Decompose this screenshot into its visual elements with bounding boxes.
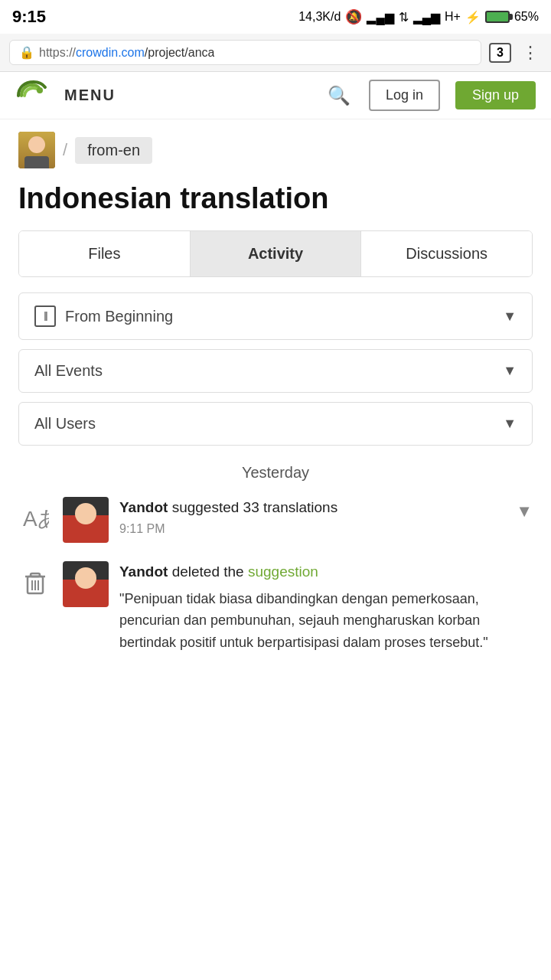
tabs-container: Files Activity Discussions [18,230,533,277]
page-title: Indonesian translation [18,182,533,215]
date-separator: Yesterday [18,464,533,482]
activity-content-1: Yandot suggested 33 translations 9:11 PM [119,497,505,536]
breadcrumb-item[interactable]: from-en [75,137,152,164]
url-domain: crowdin.com [76,46,145,59]
nav-header: MENU 🔍 Log in Sign up [0,72,551,119]
chevron-down-icon: ▼ [503,309,517,325]
activity-action-1: suggested 33 translations [172,499,338,515]
status-right-icons: 14,3K/d 🔕 ▂▄▆ ⇅ ▂▄▆ H+ ⚡ 65% [298,8,539,25]
battery-icon [485,11,510,23]
activity-user-1: Yandot [119,499,168,515]
data-icon: ⇅ [399,10,409,24]
url-bar[interactable]: 🔒 https://crowdin.com/project/anca [9,40,481,65]
browser-menu-button[interactable]: ⋮ [519,43,542,63]
avatar-suit-2 [63,561,109,607]
users-filter-dropdown[interactable]: All Users ▼ [18,402,533,446]
filters-area: From Beginning ▼ All Events ▼ All Users … [0,277,551,446]
activity-text-1: Yandot suggested 33 translations [119,497,505,519]
avatar-head-2 [75,567,96,589]
date-filter-label: From Beginning [65,308,173,325]
lock-icon: 🔒 [19,45,34,60]
browser-bar: 🔒 https://crowdin.com/project/anca 3 ⋮ [0,34,551,72]
crowdin-logo [15,80,58,111]
network-type: H+ [445,10,461,24]
svg-rect-4 [31,573,40,577]
avatar [63,561,109,607]
translate-icon: Aあ [18,501,52,535]
users-filter-left: All Users [34,415,96,433]
signup-button[interactable]: Sign up [455,81,536,109]
url-protocol: https:// [39,46,76,59]
delete-icon [18,566,52,599]
notification-icon: 🔕 [345,8,362,25]
activity-time-1: 9:11 PM [119,522,505,536]
url-text: https://crowdin.com/project/anca [39,46,214,60]
status-time: 9:15 [12,7,46,27]
activity-link[interactable]: suggestion [248,564,318,580]
avatar-suit [63,497,109,543]
tab-activity[interactable]: Activity [191,231,362,276]
avatar-head [75,503,96,524]
activity-quote: "Penipuan tidak biasa dibandingkan denga… [119,588,533,654]
avatar [63,497,109,543]
network-speed: 14,3K/d [298,10,341,24]
expand-button-1[interactable]: ▼ [516,501,533,521]
activity-user-2: Yandot [119,564,168,580]
events-filter-left: All Events [34,362,103,380]
activity-text-2: Yandot deleted the suggestion [119,561,533,583]
logo-area: MENU [15,80,116,111]
events-filter-dropdown[interactable]: All Events ▼ [18,349,533,393]
breadcrumb-separator: / [63,140,67,160]
breadcrumb: / from-en [0,119,551,175]
activity-action-prefix: deleted the [172,564,248,580]
tab-files[interactable]: Files [19,231,191,276]
svg-point-0 [37,87,43,93]
date-filter-dropdown[interactable]: From Beginning ▼ [18,292,533,340]
signal-icon: ▂▄▆ [367,10,393,24]
search-button[interactable]: 🔍 [324,82,354,109]
page-title-area: Indonesian translation [0,175,551,230]
svg-text:Aあ: Aあ [23,507,49,531]
login-button[interactable]: Log in [369,80,440,111]
list-item: Yandot deleted the suggestion "Penipuan … [18,561,533,654]
activity-section: Yesterday Aあ Yandot suggested 33 transla… [0,446,551,654]
events-filter-label: All Events [34,362,103,380]
tab-discussions[interactable]: Discussions [361,231,532,276]
signal-icon-2: ▂▄▆ [413,10,440,24]
avatar [18,132,55,168]
users-filter-label: All Users [34,415,96,433]
status-bar: 9:15 14,3K/d 🔕 ▂▄▆ ⇅ ▂▄▆ H+ ⚡ 65% [0,0,551,34]
url-path: /project/anca [145,46,215,59]
charging-icon: ⚡ [465,10,481,24]
chevron-down-icon-2: ▼ [503,363,517,379]
list-item: Aあ Yandot suggested 33 translations 9:11… [18,497,533,543]
calendar-icon [34,305,56,327]
tab-count[interactable]: 3 [489,43,511,63]
activity-content-2: Yandot deleted the suggestion "Penipuan … [119,561,533,654]
date-filter-left: From Beginning [34,305,173,327]
battery-percent: 65% [514,10,539,24]
chevron-down-icon-3: ▼ [503,416,517,432]
menu-label[interactable]: MENU [64,87,116,104]
